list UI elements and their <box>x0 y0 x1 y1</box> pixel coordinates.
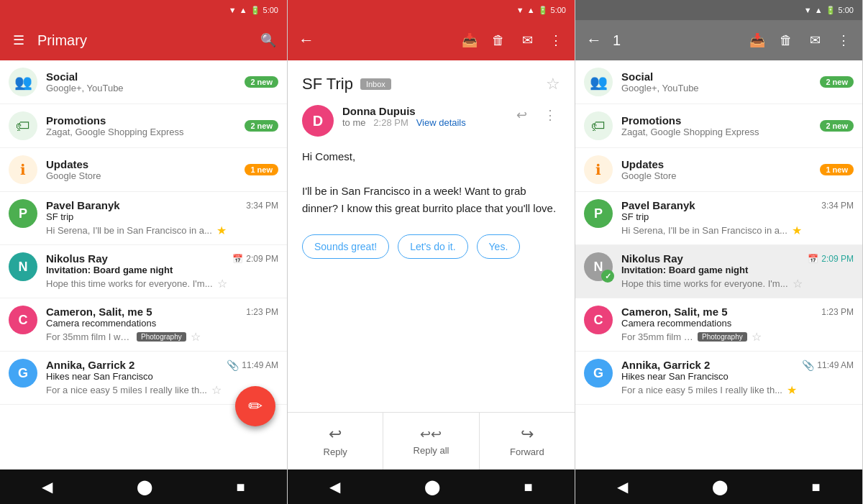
reply-button[interactable]: ↩ Reply <box>288 413 383 469</box>
toolbar-title-1: Primary <box>37 32 250 49</box>
email-list-3: 👥 Social Google+, YouTube 2 new 🏷 Promot… <box>575 60 862 469</box>
promo-icon-3: 🏷 <box>584 111 613 140</box>
email-detail-body: SF Trip Inbox ☆ D Donna Dupuis to me 2:2… <box>288 60 575 412</box>
back-button-3[interactable]: ← <box>584 30 604 50</box>
signal-icon-3: ▲ <box>815 6 823 14</box>
sender-nikolus: Nikolus Ray <box>46 252 108 265</box>
more-icon-3[interactable]: ⋮ <box>834 30 854 50</box>
time-cameron-3: 1:23 PM <box>821 307 854 317</box>
more-icon-detail[interactable]: ⋮ <box>540 105 560 125</box>
social-icon: 👥 <box>9 68 37 96</box>
recents-nav-1[interactable]: ■ <box>222 473 260 501</box>
toolbar-1: ☰ Primary 🔍 <box>0 20 287 60</box>
sender-nikolus-3: Nikolus Ray <box>621 252 683 265</box>
category-updates-3[interactable]: ℹ Updates Google Store 1 new <box>575 148 862 192</box>
panel-selected: ▼ ▲ 🔋 5:00 ← 1 📥 🗑 ✉ ⋮ 👥 Social Google+,… <box>575 0 863 504</box>
category-social-3[interactable]: 👥 Social Google+, YouTube 2 new <box>575 60 862 104</box>
avatar-detail: D <box>302 105 334 137</box>
bottom-nav-3: ◀ ⬤ ■ <box>575 469 862 504</box>
subject-nikolus: Invitation: Board game night <box>46 265 278 275</box>
quick-reply-yes[interactable]: Yes. <box>477 234 521 259</box>
checkmark-overlay: ✓ <box>601 270 614 283</box>
reply-all-button[interactable]: ↩↩ Reply all <box>383 413 479 469</box>
star-pavel[interactable]: ★ <box>216 224 227 237</box>
updates-name-3: Updates <box>621 158 811 170</box>
email-row-nikolus[interactable]: N Nikolus Ray 📅 2:09 PM Invitation: Boar… <box>0 245 287 298</box>
quick-replies: Sounds great! Let's do it. Yes. <box>302 234 560 259</box>
email-actions: ↩ Reply ↩↩ Reply all ↪ Forward <box>288 412 575 469</box>
preview-cameron-3: For 35mm film I would re... <box>621 331 693 342</box>
social-sub: Google+, YouTube <box>46 83 236 93</box>
preview-cameron: For 35mm film I would re... <box>46 331 132 342</box>
preview-annika: For a nice easy 5 miles I really like th… <box>46 385 207 395</box>
home-nav-3[interactable]: ⬤ <box>698 472 742 501</box>
delete-icon[interactable]: 🗑 <box>488 30 508 50</box>
home-nav-2[interactable]: ⬤ <box>410 472 455 501</box>
avatar-nikolus: N <box>9 252 37 281</box>
sender-pavel: Pavel Baranyk <box>46 199 120 211</box>
email-row-annika-3[interactable]: G Annika, Garrick 2 📎 11:49 AM Hikes nea… <box>575 352 862 405</box>
recents-nav-2[interactable]: ■ <box>510 473 547 501</box>
category-social[interactable]: 👥 Social Google+, YouTube 2 new <box>0 60 287 104</box>
star-nikolus-3[interactable]: ☆ <box>793 277 803 290</box>
delete-icon-3[interactable]: 🗑 <box>776 30 796 50</box>
compose-fab[interactable]: ✏ <box>235 386 275 426</box>
star-annika-3[interactable]: ★ <box>787 383 797 397</box>
calendar-icon-nikolus: 📅 <box>232 254 243 264</box>
subject-nikolus-3: Invitation: Board game night <box>621 265 854 275</box>
back-button-2[interactable]: ← <box>296 30 316 50</box>
recents-nav-3[interactable]: ■ <box>798 473 835 501</box>
battery-icon-2: 🔋 <box>538 6 548 15</box>
mark-unread-icon[interactable]: ✉ <box>517 30 537 50</box>
social-sub-3: Google+, YouTube <box>621 83 811 93</box>
email-row-pavel-3[interactable]: P Pavel Baranyk 3:34 PM SF trip Hi Seren… <box>575 192 862 245</box>
archive-icon[interactable]: 📥 <box>460 30 480 50</box>
avatar-cameron: C <box>9 306 37 334</box>
promo-sub-3: Zagat, Google Shopping Express <box>621 127 811 137</box>
back-nav-3[interactable]: ◀ <box>603 472 642 501</box>
promo-name: Promotions <box>46 114 236 127</box>
quick-reply-lets-do-it[interactable]: Let's do it. <box>398 234 467 259</box>
archive-icon-3[interactable]: 📥 <box>747 30 767 50</box>
search-icon[interactable]: 🔍 <box>258 30 278 50</box>
updates-sub: Google Store <box>46 170 236 181</box>
subject-annika-3: Hikes near San Francisco <box>621 371 854 382</box>
selected-count: 1 <box>613 32 621 49</box>
star-detail[interactable]: ☆ <box>546 75 560 93</box>
clip-icon-annika-3: 📎 <box>802 359 814 371</box>
back-nav-2[interactable]: ◀ <box>315 472 355 501</box>
back-nav-1[interactable]: ◀ <box>27 472 67 501</box>
panel-primary: ▼ ▲ 🔋 5:00 ☰ Primary 🔍 👥 Social Google+,… <box>0 0 288 504</box>
category-promotions[interactable]: 🏷 Promotions Zagat, Google Shopping Expr… <box>0 104 287 148</box>
star-nikolus[interactable]: ☆ <box>217 277 227 290</box>
updates-sub-3: Google Store <box>621 170 811 181</box>
star-annika[interactable]: ☆ <box>211 383 222 397</box>
email-row-pavel[interactable]: P Pavel Baranyk 3:34 PM SF trip Hi Seren… <box>0 192 287 245</box>
menu-icon[interactable]: ☰ <box>9 30 29 50</box>
promo-badge-3: 2 new <box>820 120 854 132</box>
email-row-cameron[interactable]: C Cameron, Salit, me 5 1:23 PM Camera re… <box>0 298 287 352</box>
reply-icon[interactable]: ↩ <box>511 105 531 125</box>
detail-sender-row: D Donna Dupuis to me 2:28 PM View detail… <box>302 105 560 137</box>
star-cameron[interactable]: ☆ <box>191 330 201 344</box>
view-details-link[interactable]: View details <box>416 117 466 128</box>
forward-button[interactable]: ↪ Forward <box>480 413 575 469</box>
bottom-nav-2: ◀ ⬤ ■ <box>288 469 575 504</box>
detail-to-label: to me <box>342 117 366 128</box>
email-row-cameron-3[interactable]: C Cameron, Salit, me 5 1:23 PM Camera re… <box>575 298 862 352</box>
time-1: 5:00 <box>263 6 278 14</box>
time-cameron: 1:23 PM <box>246 307 278 317</box>
email-row-nikolus-3[interactable]: N ✓ Nikolus Ray 📅 2:09 PM Invitation: Bo… <box>575 245 862 298</box>
subject-cameron-3: Camera recommendations <box>621 318 854 329</box>
category-promo-3[interactable]: 🏷 Promotions Zagat, Google Shopping Expr… <box>575 104 862 148</box>
category-updates[interactable]: ℹ Updates Google Store 1 new <box>0 148 287 192</box>
mark-unread-icon-3[interactable]: ✉ <box>805 30 825 50</box>
calendar-icon-nikolus-3: 📅 <box>808 254 818 264</box>
quick-reply-sounds-great[interactable]: Sounds great! <box>302 234 389 259</box>
toolbar-2: ← 📥 🗑 ✉ ⋮ <box>288 20 575 60</box>
home-nav-1[interactable]: ⬤ <box>122 472 167 501</box>
star-cameron-3[interactable]: ☆ <box>752 330 762 344</box>
star-pavel-3[interactable]: ★ <box>792 224 802 237</box>
more-icon-2[interactable]: ⋮ <box>546 30 566 50</box>
promo-icon: 🏷 <box>9 111 37 140</box>
